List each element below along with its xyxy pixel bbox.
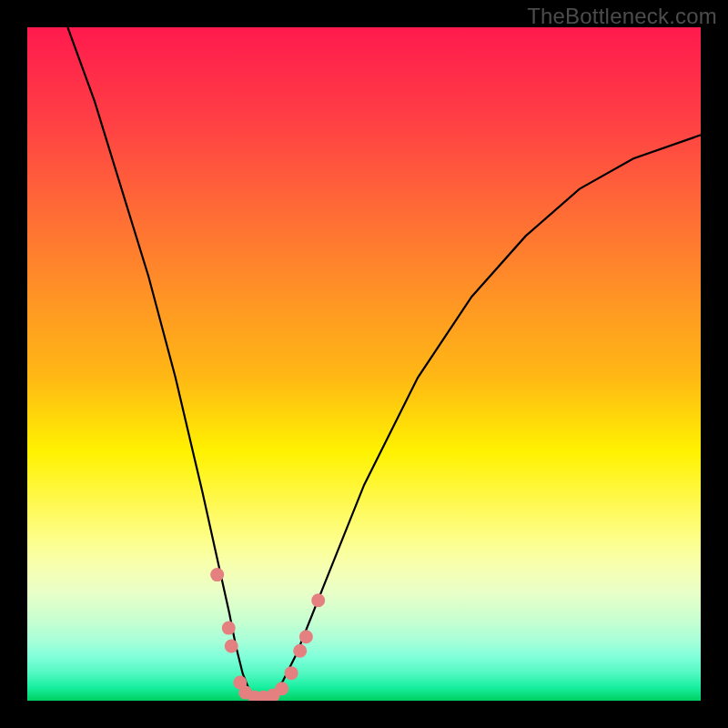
marker-bottom-6 [275, 682, 288, 695]
marker-right-mid-2 [299, 630, 313, 643]
chart-frame: TheBottleneck.com [0, 0, 728, 728]
chart-svg [27, 27, 701, 701]
bottleneck-curve [67, 27, 701, 697]
marker-right-high [311, 593, 325, 607]
marker-left-mid-1 [222, 622, 236, 635]
marker-right-mid-1 [293, 644, 307, 658]
marker-left-mid-2 [225, 640, 238, 653]
data-markers [210, 568, 325, 701]
marker-left-high [210, 568, 224, 581]
watermark-text: TheBottleneck.com [527, 4, 717, 29]
marker-right-low [285, 666, 298, 680]
plot-area [27, 27, 701, 701]
